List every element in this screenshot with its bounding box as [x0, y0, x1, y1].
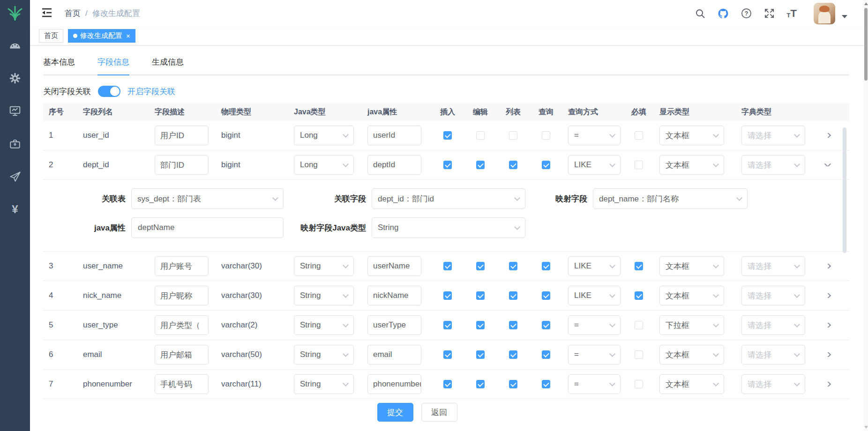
search-button[interactable] [695, 8, 705, 19]
font-size-button[interactable]: TT [787, 8, 797, 19]
app-logo[interactable] [6, 4, 24, 22]
dict-type-select[interactable]: 请选择 [741, 126, 805, 145]
expand-row-icon[interactable] [824, 382, 831, 386]
display-type-select[interactable]: 文本框 [659, 155, 724, 175]
insert-checkbox[interactable] [443, 321, 452, 329]
description-input[interactable]: 手机号码 [155, 374, 209, 394]
java-field-input[interactable]: email [367, 345, 421, 364]
query-type-select[interactable]: = [568, 374, 621, 394]
java-field-input[interactable]: phonenumber [367, 374, 421, 394]
github-link[interactable] [718, 8, 729, 19]
dict-type-select[interactable]: 请选择 [741, 345, 805, 364]
list-checkbox[interactable] [509, 291, 517, 300]
insert-checkbox[interactable] [443, 380, 452, 388]
tab-generate-info[interactable]: 生成信息 [152, 57, 184, 74]
java-type-select[interactable]: String [294, 315, 354, 335]
query-type-select[interactable]: LIKE [568, 286, 621, 305]
sidebar-item-system[interactable] [9, 72, 21, 84]
expand-row-icon[interactable] [824, 264, 831, 268]
java-field-input[interactable]: nickName [367, 286, 421, 305]
java-type-select[interactable]: Long [294, 126, 354, 145]
java-field-input[interactable]: userId [367, 126, 421, 145]
insert-checkbox[interactable] [443, 161, 452, 169]
scroll-up-icon[interactable] [864, 2, 868, 5]
map-java-type-select[interactable]: String [372, 217, 525, 238]
display-type-select[interactable]: 文本框 [659, 126, 724, 145]
required-checkbox[interactable] [635, 262, 643, 270]
tag-close-icon[interactable]: × [126, 32, 130, 40]
required-checkbox[interactable] [635, 131, 643, 140]
java-field-input[interactable]: userName [367, 256, 421, 276]
display-type-select[interactable]: 文本框 [659, 345, 724, 364]
description-input[interactable]: 部门ID [155, 155, 209, 175]
java-field-input[interactable]: userType [367, 315, 421, 335]
list-checkbox[interactable] [509, 262, 517, 270]
back-button[interactable]: 返回 [421, 403, 457, 422]
table-scrollbar-thumb[interactable] [843, 127, 846, 253]
dict-type-select[interactable]: 请选择 [741, 286, 805, 305]
tag-current-page[interactable]: 修改生成配置 × [68, 29, 135, 43]
user-avatar[interactable] [814, 3, 835, 24]
java-type-select[interactable]: Long [294, 155, 354, 175]
description-input[interactable]: 用户昵称 [155, 286, 209, 305]
display-type-select[interactable]: 文本框 [659, 256, 724, 276]
expand-row-icon[interactable] [824, 352, 831, 357]
help-button[interactable]: ? [741, 8, 752, 19]
java-type-select[interactable]: String [294, 256, 354, 276]
java-type-select[interactable]: String [294, 374, 354, 394]
required-checkbox[interactable] [635, 291, 643, 300]
query-checkbox[interactable] [542, 291, 550, 300]
rel-field-select[interactable]: dept_id：部门id [372, 188, 525, 209]
description-input[interactable]: 用户邮箱 [155, 345, 209, 364]
query-type-select[interactable]: LIKE [568, 155, 621, 175]
edit-checkbox[interactable] [476, 380, 485, 388]
sidebar-item-dashboard[interactable] [9, 39, 21, 52]
query-checkbox[interactable] [542, 350, 550, 359]
list-checkbox[interactable] [509, 131, 517, 140]
dict-type-select[interactable]: 请选择 [741, 256, 805, 276]
expand-row-icon[interactable] [824, 293, 831, 298]
edit-checkbox[interactable] [476, 131, 485, 140]
insert-checkbox[interactable] [443, 262, 452, 270]
list-checkbox[interactable] [509, 161, 517, 169]
fullscreen-button[interactable] [764, 8, 775, 19]
query-type-select[interactable]: = [568, 315, 621, 335]
description-input[interactable]: 用户类型（ [155, 315, 209, 335]
expand-row-icon[interactable] [824, 323, 831, 327]
display-type-select[interactable]: 文本框 [659, 374, 724, 394]
required-checkbox[interactable] [635, 161, 643, 169]
list-checkbox[interactable] [509, 350, 517, 359]
query-checkbox[interactable] [542, 262, 550, 270]
insert-checkbox[interactable] [443, 350, 452, 359]
description-input[interactable]: 用户ID [155, 126, 209, 145]
edit-checkbox[interactable] [476, 262, 485, 270]
edit-checkbox[interactable] [476, 291, 485, 300]
required-checkbox[interactable] [635, 321, 643, 329]
edit-checkbox[interactable] [476, 161, 485, 169]
edit-checkbox[interactable] [476, 350, 485, 359]
tab-basic-info[interactable]: 基本信息 [43, 57, 75, 74]
page-scrollbar-thumb[interactable] [864, 8, 868, 81]
sidebar-fold-button[interactable] [41, 7, 52, 20]
map-field-select[interactable]: dept_name：部门名称 [593, 188, 748, 209]
insert-checkbox[interactable] [443, 131, 452, 140]
query-checkbox[interactable] [542, 380, 550, 388]
java-field-input[interactable]: deptId [367, 155, 421, 175]
page-scrollbar[interactable] [864, 0, 868, 431]
user-menu-caret-icon[interactable] [842, 15, 847, 18]
rel-table-select[interactable]: sys_dept：部门表 [131, 188, 284, 209]
dict-type-select[interactable]: 请选择 [741, 374, 805, 394]
java-type-select[interactable]: String [294, 286, 354, 305]
submit-button[interactable]: 提交 [377, 403, 413, 422]
scroll-down-icon[interactable] [864, 426, 868, 429]
required-checkbox[interactable] [635, 380, 643, 388]
sidebar-item-guide[interactable] [9, 171, 21, 183]
display-type-select[interactable]: 文本框 [659, 286, 724, 305]
tab-field-info[interactable]: 字段信息 [97, 57, 129, 75]
query-type-select[interactable]: = [568, 126, 621, 145]
insert-checkbox[interactable] [443, 291, 452, 300]
query-checkbox[interactable] [542, 161, 550, 169]
edit-checkbox[interactable] [476, 321, 485, 329]
java-type-select[interactable]: String [294, 345, 354, 364]
list-checkbox[interactable] [509, 380, 517, 388]
